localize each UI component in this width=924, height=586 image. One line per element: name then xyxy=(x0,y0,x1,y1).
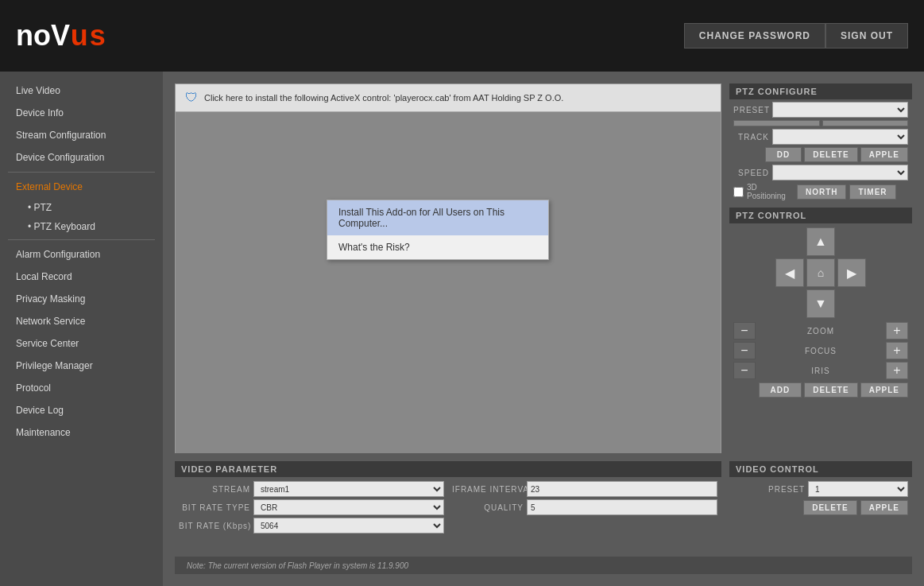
ptz-zoom-minus[interactable]: − xyxy=(733,322,756,340)
ptz-arrow-empty-tl xyxy=(775,227,804,256)
param-bitrate-select[interactable]: 5064 xyxy=(253,518,444,534)
ptz-apple-button[interactable]: APPLE xyxy=(860,147,908,162)
param-stream-select[interactable]: stream1 xyxy=(253,481,444,497)
ptz-positioning-checkbox[interactable] xyxy=(733,187,744,197)
main: 🛡 Click here to install the following Ac… xyxy=(163,72,924,586)
sidebar-item-device-config[interactable]: Device Configuration xyxy=(0,146,163,169)
ptz-arrow-down[interactable]: ▼ xyxy=(806,289,835,318)
video-parameter-title: VIDEO PARAMETER xyxy=(175,461,721,477)
ptz-control-btns: ADD DELETE APPLE xyxy=(733,382,908,398)
ptz-arrow-right[interactable]: ▶ xyxy=(837,258,866,287)
sidebar-item-stream-config[interactable]: Stream Configuration xyxy=(0,124,163,146)
video-parameter-grid: STREAM stream1 IFRAME INTERVAL BIT RATE … xyxy=(175,481,721,534)
shield-icon: 🛡 xyxy=(185,91,198,105)
ptz-configure-empty-btn2[interactable] xyxy=(822,120,909,126)
footer-note-text: Note: The current version of Flash Playe… xyxy=(187,561,408,570)
context-menu-item-risk[interactable]: What's the Risk? xyxy=(327,235,548,259)
ptz-delete-button[interactable]: DELETE xyxy=(804,147,857,162)
video-area: 🛡 Click here to install the following Ac… xyxy=(175,83,721,453)
sidebar-item-ptz[interactable]: • PTZ xyxy=(0,198,163,217)
sidebar-item-live-video[interactable]: Live Video xyxy=(0,80,163,102)
ptz-preset-select[interactable] xyxy=(772,102,908,118)
sidebar-item-device-log[interactable]: Device Log xyxy=(0,399,163,421)
ptz-panel: PTZ CONFIGURE PRESET TRACK DD xyxy=(729,83,912,453)
param-quality-row: QUALITY xyxy=(452,499,717,515)
footer-note: Note: The current version of Flash Playe… xyxy=(175,557,912,574)
ptz-focus-minus[interactable]: − xyxy=(733,342,756,359)
sidebar-item-device-info[interactable]: Device Info xyxy=(0,102,163,124)
sidebar-item-external-device[interactable]: External Device xyxy=(0,176,163,198)
video-content: Install This Add-on for All Users on Thi… xyxy=(176,112,721,453)
ptz-iris-minus[interactable]: − xyxy=(733,362,756,379)
param-bitrate-type-select[interactable]: CBR xyxy=(253,499,444,515)
ptz-arrows: ▲ ◀ ⌂ ▶ ▼ xyxy=(775,227,866,318)
video-control-btns: DELETE APPLE xyxy=(729,500,912,515)
sidebar-item-ptz-keyboard[interactable]: • PTZ Keyboard xyxy=(0,217,163,236)
video-control-section: VIDEO CONTROL PRESET 1 DELETE APPLE xyxy=(729,461,912,549)
param-bitrate-label: BIT RATE (Kbps) xyxy=(179,522,250,530)
sidebar-item-privacy-masking[interactable]: Privacy Masking xyxy=(0,288,163,310)
sidebar-item-protocol[interactable]: Protocol xyxy=(0,377,163,399)
sign-out-button[interactable]: SIGN OUT xyxy=(825,23,908,49)
param-stream-label: STREAM xyxy=(179,485,250,494)
video-control-preset-label: PRESET xyxy=(733,485,805,494)
ptz-focus-label: FOCUS xyxy=(759,347,883,355)
ptz-arrow-up[interactable]: ▲ xyxy=(806,227,835,256)
ptz-iris-label: IRIS xyxy=(759,367,883,375)
ptz-speed-row: SPEED xyxy=(733,165,908,180)
ptz-speed-select[interactable] xyxy=(772,165,908,180)
sidebar-item-local-record[interactable]: Local Record xyxy=(0,266,163,288)
sidebar-item-network-service[interactable]: Network Service xyxy=(0,310,163,332)
sidebar-divider-2 xyxy=(8,239,155,240)
ptz-north-button[interactable]: NORTH xyxy=(797,184,847,200)
ptz-control-title: PTZ CONTROL xyxy=(729,208,912,223)
sidebar-item-service-center[interactable]: Service Center xyxy=(0,332,163,355)
ptz-focus-plus[interactable]: + xyxy=(886,342,908,359)
param-quality-label: QUALITY xyxy=(452,503,524,512)
ptz-control-apple-button[interactable]: APPLE xyxy=(860,382,908,398)
sidebar-item-maintenance[interactable]: Maintenance xyxy=(0,421,163,444)
param-iframe-row: IFRAME INTERVAL xyxy=(452,481,717,497)
ptz-timer-button[interactable]: TIMER xyxy=(849,184,895,200)
header: noVus CHANGE PASSWORD SIGN OUT xyxy=(0,0,924,72)
ptz-arrow-empty-br xyxy=(837,289,866,318)
ptz-control-delete-button[interactable]: DELETE xyxy=(804,382,857,398)
video-control-apple-button[interactable]: APPLE xyxy=(860,500,908,515)
param-bitrate-type-label: BIT RATE TYPE xyxy=(179,503,250,512)
param-bitrate-row: BIT RATE (Kbps) 5064 xyxy=(179,518,444,534)
ptz-iris-plus[interactable]: + xyxy=(886,362,908,379)
bottom-row: VIDEO PARAMETER STREAM stream1 IFRAME IN… xyxy=(175,461,912,549)
sidebar-item-alarm-config[interactable]: Alarm Configuration xyxy=(0,243,163,266)
ptz-configure-empty-btn[interactable] xyxy=(733,120,820,126)
sidebar-item-privilege-manager[interactable]: Privilege Manager xyxy=(0,355,163,377)
ptz-preset-row: PRESET xyxy=(733,102,908,118)
video-control-preset-select[interactable]: 1 xyxy=(808,481,908,497)
param-iframe-label: IFRAME INTERVAL xyxy=(452,485,524,494)
ptz-focus-row: − FOCUS + xyxy=(733,342,908,359)
video-control-title: VIDEO CONTROL xyxy=(729,461,912,477)
activex-message: Click here to install the following Acti… xyxy=(204,93,563,103)
ptz-positioning-row: 3DPositioning NORTH TIMER xyxy=(733,183,908,200)
ptz-track-label: TRACK xyxy=(733,133,769,142)
ptz-preset-label: PRESET xyxy=(733,106,769,114)
ptz-zoom-row: − ZOOM + xyxy=(733,322,908,340)
ptz-iris-row: − IRIS + xyxy=(733,362,908,379)
ptz-arrow-left[interactable]: ◀ xyxy=(775,258,804,287)
change-password-button[interactable]: CHANGE PASSWORD xyxy=(684,23,825,49)
ptz-positioning-label: 3DPositioning xyxy=(747,183,786,200)
video-control-delete-button[interactable]: DELETE xyxy=(803,500,856,515)
ptz-control-add-button[interactable]: ADD xyxy=(759,382,802,398)
param-quality-input[interactable] xyxy=(527,499,717,515)
ptz-arrow-empty-bl xyxy=(775,289,804,318)
ptz-track-select[interactable] xyxy=(772,129,908,145)
ptz-configure-title: PTZ CONFIGURE xyxy=(729,83,912,99)
ptz-dd-button[interactable]: DD xyxy=(765,147,802,162)
param-iframe-input[interactable] xyxy=(527,481,717,497)
ptz-zoom-plus[interactable]: + xyxy=(886,322,908,340)
activex-bar[interactable]: 🛡 Click here to install the following Ac… xyxy=(176,84,721,112)
video-control-preset-row: PRESET 1 xyxy=(729,481,912,497)
context-menu-item-install[interactable]: Install This Add-on for All Users on Thi… xyxy=(327,200,548,235)
ptz-arrow-home[interactable]: ⌂ xyxy=(806,258,835,287)
sidebar: Live Video Device Info Stream Configurat… xyxy=(0,72,163,586)
ptz-configure-btn-row1 xyxy=(733,120,908,126)
